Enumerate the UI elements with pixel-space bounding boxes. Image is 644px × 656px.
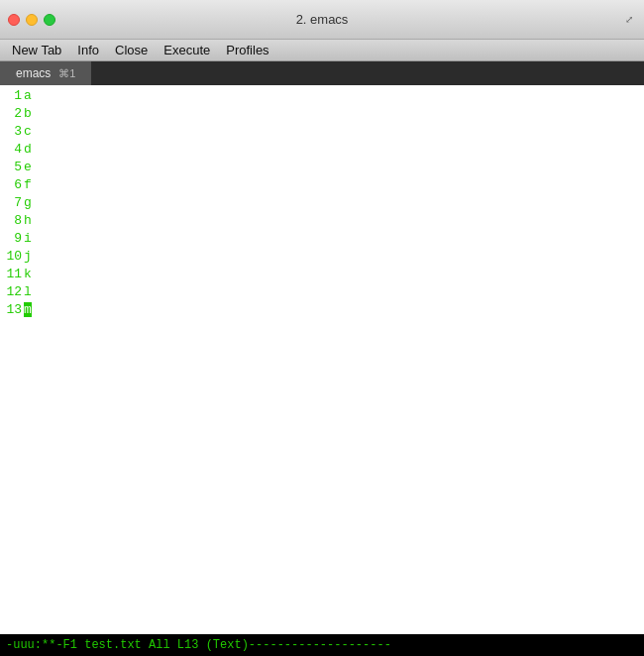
cursor: m: [24, 302, 32, 317]
line-number: 7: [0, 194, 24, 212]
menu-execute[interactable]: Execute: [156, 41, 218, 59]
line-content: i: [24, 230, 32, 248]
menu-new-tab[interactable]: New Tab: [4, 41, 69, 59]
fullscreen-button[interactable]: ⤢: [622, 13, 636, 27]
line-content: j: [24, 248, 32, 266]
line-number: 11: [0, 266, 24, 283]
menu-profiles[interactable]: Profiles: [218, 41, 276, 59]
line-number: 6: [0, 176, 24, 194]
line-content: f: [24, 176, 32, 194]
line-content: g: [24, 194, 32, 212]
tab-bar: emacs ⌘1: [0, 61, 644, 85]
editor-line: 3c: [0, 123, 644, 141]
line-number: 2: [0, 105, 24, 123]
line-content: b: [24, 105, 32, 123]
close-button[interactable]: [8, 14, 20, 26]
status-bar: -uuu:**-F1 test.txt All L13 (Text)------…: [0, 634, 644, 656]
minimize-button[interactable]: [26, 14, 38, 26]
editor-line: 5e: [0, 159, 644, 176]
line-number: 3: [0, 123, 24, 141]
line-content: k: [24, 266, 32, 283]
editor-line: 11k: [0, 266, 644, 283]
line-number: 5: [0, 159, 24, 176]
menu-close[interactable]: Close: [107, 41, 156, 59]
editor-line: 1a: [0, 87, 644, 105]
line-number: 1: [0, 87, 24, 105]
editor-line: 7g: [0, 194, 644, 212]
menu-bar: New Tab Info Close Execute Profiles: [0, 40, 644, 61]
line-number: 10: [0, 248, 24, 266]
editor-line: 8h: [0, 212, 644, 230]
editor-line: 4d: [0, 141, 644, 159]
line-content: l: [24, 283, 32, 301]
line-content: a: [24, 87, 32, 105]
line-number: 9: [0, 230, 24, 248]
tab-label: emacs: [16, 66, 51, 80]
editor-area: 1a2b3c4d5e6f7g8h9i10j11k12l13m: [0, 85, 644, 634]
line-number: 4: [0, 141, 24, 159]
title-bar: 2. emacs ⤢: [0, 0, 644, 40]
fullscreen-icon: ⤢: [625, 14, 633, 26]
editor-line: 10j: [0, 248, 644, 266]
menu-info[interactable]: Info: [69, 41, 107, 59]
line-number: 8: [0, 212, 24, 230]
line-content: c: [24, 123, 32, 141]
line-number: 12: [0, 283, 24, 301]
editor-line: 13m: [0, 301, 644, 319]
tab-shortcut: ⌘1: [58, 67, 75, 80]
editor-line: 2b: [0, 105, 644, 123]
line-content: d: [24, 141, 32, 159]
editor-line: 12l: [0, 283, 644, 301]
line-number: 13: [0, 301, 24, 319]
line-content: m: [24, 301, 32, 319]
line-content: h: [24, 212, 32, 230]
tab-emacs[interactable]: emacs ⌘1: [0, 61, 91, 85]
maximize-button[interactable]: [44, 14, 55, 26]
editor-line: 6f: [0, 176, 644, 194]
editor-line: 9i: [0, 230, 644, 248]
window-title: 2. emacs: [296, 12, 349, 27]
line-content: e: [24, 159, 32, 176]
window-controls: [0, 14, 55, 26]
status-text: -uuu:**-F1 test.txt All L13 (Text)------…: [6, 638, 391, 652]
